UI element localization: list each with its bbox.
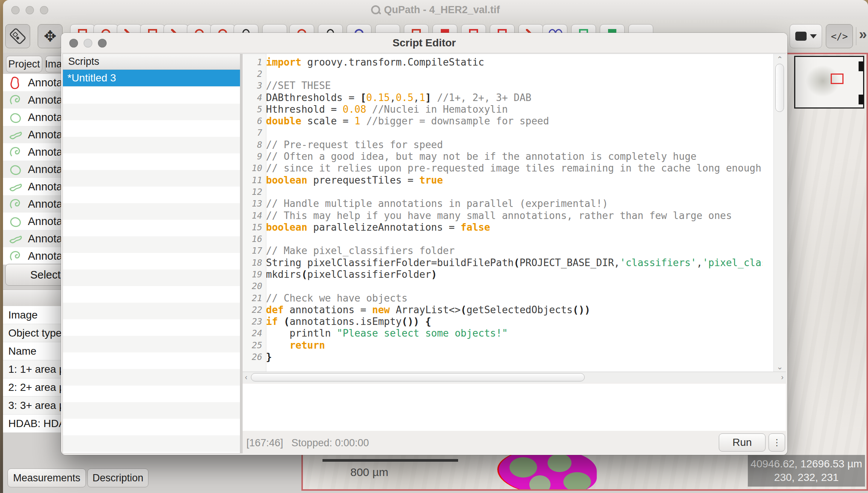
- code-line: 19mkdirs(pixelClassifierFolder): [243, 268, 763, 280]
- scripts-list-panel: Scripts *Untitled 3: [63, 54, 240, 453]
- code-line: 18String pixelClassifierFolder=buildFile…: [243, 257, 763, 268]
- move-icon: ✥: [44, 29, 57, 44]
- script-editor-dialog: Script Editor Scripts *Untitled 3 1impor…: [61, 33, 787, 455]
- code-line: 12: [243, 186, 763, 198]
- console-output: [243, 384, 786, 431]
- vertical-scrollbar[interactable]: ⌃ ⌄: [773, 54, 786, 372]
- qupath-main-window: QuPath - 4_HER2_val.tif ✥ </> » Project …: [3, 0, 868, 493]
- tab-measurements[interactable]: Measurements: [8, 469, 86, 487]
- code-line: 4DABthresholds = [0.15,0.5,1] //1+, 2+, …: [243, 92, 763, 103]
- code-editor[interactable]: 1import groovy.transform.CompileStatic23…: [243, 54, 786, 372]
- annotation-shape-icon: [8, 162, 23, 177]
- run-status: Stopped: 0:00:00: [292, 437, 369, 449]
- code-icon: </>: [831, 31, 848, 42]
- annotation-shape-icon: [8, 144, 23, 159]
- move-tool-button[interactable]: ✥: [38, 24, 63, 48]
- code-line: 17// Make pixel_classifiers folder: [243, 245, 763, 257]
- code-line: 1import groovy.transform.CompileStatic: [243, 56, 763, 68]
- code-line: 26}: [243, 351, 763, 363]
- code-line: 2: [243, 68, 763, 80]
- code-line: 7: [243, 127, 763, 139]
- annotation-shape-icon: [8, 110, 23, 125]
- vertical-scrollbar-thumb[interactable]: [775, 64, 784, 112]
- toolbar-overflow-button[interactable]: »: [859, 26, 867, 43]
- script-editor-titlebar: Script Editor: [61, 33, 787, 53]
- code-line: 5Hthreshold = 0.08 //Nuclei in Hematoxyl…: [243, 103, 763, 115]
- location-coordinates: 40946.62, 12696.53 µm: [750, 457, 862, 471]
- code-line: 22def annotations = new ArrayList<>(getS…: [243, 304, 763, 315]
- horizontal-scrollbar[interactable]: ‹ ›: [243, 372, 786, 383]
- code-line: 11boolean prerequestTiles = true: [243, 174, 763, 186]
- double-chevron-right-icon: »: [859, 26, 867, 42]
- code-line: 8// Pre-request tiles for speed: [243, 139, 763, 150]
- slide-overview-button[interactable]: [5, 24, 30, 48]
- annotation-shape-icon: [8, 196, 23, 211]
- main-titlebar: QuPath - 4_HER2_val.tif: [3, 0, 868, 20]
- toolbar-separator: [856, 27, 856, 45]
- code-line: 10// since it relies upon pre-requested …: [243, 162, 763, 174]
- horizontal-scrollbar-thumb[interactable]: [251, 373, 585, 381]
- scale-bar: [322, 459, 458, 462]
- code-line: 13// Handle multiple annotations in para…: [243, 198, 763, 210]
- code-line: 14// This may help if you have many smal…: [243, 210, 763, 221]
- scroll-right-icon[interactable]: ›: [781, 373, 784, 381]
- code-line: 21// Check we have objects: [243, 292, 763, 304]
- thumbnail-mark: [859, 61, 863, 71]
- slide-icon: [9, 28, 27, 45]
- scripts-list-header: Scripts: [63, 54, 240, 70]
- measurement-map-dropdown[interactable]: [790, 24, 822, 48]
- caret-position: [167:46]: [246, 437, 283, 449]
- scroll-left-icon[interactable]: ‹: [245, 373, 248, 381]
- scale-bar-label: 800 µm: [350, 466, 388, 479]
- code-line: 15boolean parallelizeAnnotations = false: [243, 221, 763, 233]
- desktop: { "main_window": { "title": "QuPath - 4_…: [0, 0, 868, 493]
- measurement-map-icon: [795, 32, 807, 41]
- location-pixel-values: 230, 232, 231: [774, 471, 839, 484]
- annotation-shape-icon: [8, 179, 23, 194]
- code-line: 25 return: [243, 339, 763, 351]
- thumbnail-mark: [859, 95, 863, 104]
- scroll-down-icon[interactable]: ⌄: [774, 362, 786, 371]
- chevron-down-icon: [810, 34, 817, 38]
- code-line: 24 println "Please select some objects!": [243, 328, 763, 339]
- qupath-logo-icon: [371, 5, 380, 14]
- code-line: 20: [243, 280, 763, 292]
- run-button[interactable]: Run: [719, 433, 766, 452]
- script-list-item-selected[interactable]: *Untitled 3: [63, 70, 240, 86]
- tab-project[interactable]: Project: [6, 56, 42, 72]
- code-line: 23if (annotations.isEmpty()) {: [243, 316, 763, 328]
- scroll-up-icon[interactable]: ⌃: [774, 55, 786, 64]
- tab-description[interactable]: Description: [87, 469, 148, 487]
- dialog-title: Script Editor: [61, 33, 787, 53]
- window-title: QuPath - 4_HER2_val.tif: [3, 0, 868, 20]
- code-line: 16: [243, 233, 763, 245]
- script-editor-button[interactable]: </>: [826, 24, 853, 48]
- annotation-shape-icon: [8, 127, 23, 142]
- cursor-location-overlay: 40946.62, 12696.53 µm 230, 232, 231: [748, 455, 865, 487]
- annotation-shape-icon: [8, 92, 23, 107]
- thumbnail-viewport-rect: [831, 73, 844, 84]
- script-status-bar: [167:46] Stopped: 0:00:00: [243, 431, 786, 455]
- code-line: 9// Often a good idea, but may not be if…: [243, 150, 763, 162]
- annotation-shape-icon: [8, 75, 23, 90]
- run-options-button[interactable]: ⋮: [769, 433, 785, 452]
- code-line: 3//SET THESE: [243, 80, 763, 92]
- kebab-menu-icon: ⋮: [772, 437, 781, 448]
- annotation-shape-icon: [8, 231, 23, 246]
- code-lines: 1import groovy.transform.CompileStatic23…: [243, 56, 763, 363]
- code-line: 6double scale = 1 //bigger = downsample …: [243, 115, 763, 127]
- classified-annotation-overlay: [499, 449, 597, 491]
- annotation-shape-icon: [8, 214, 23, 229]
- overview-thumbnail[interactable]: [794, 56, 864, 109]
- annotation-shape-icon: [8, 248, 23, 263]
